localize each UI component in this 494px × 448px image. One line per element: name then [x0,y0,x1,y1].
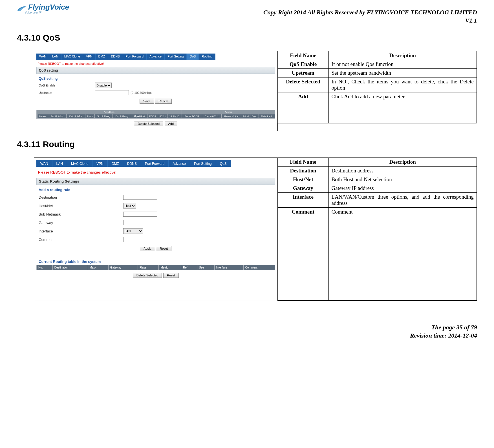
rt-col-no: No. [37,265,53,270]
rt-col-dest: Destination [52,265,88,270]
routing-desc-table: Field Name Description DestinationDestin… [278,158,477,301]
tab-lan[interactable]: LAN [52,160,67,167]
routing-tabs: WAN LAN MAC Clone VPN DMZ DDNS Port Forw… [36,160,275,167]
tab-qos[interactable]: QoS [187,54,199,60]
qos-sub-title: QoS setting [39,76,273,82]
field-name: Gateway [278,184,328,193]
col-dscp: DSCP [147,114,158,119]
tab-portforward[interactable]: Port Forward [141,160,169,167]
section-heading-routing: 4.3.11 Routing [17,139,477,149]
tab-portsetting[interactable]: Port Setting [165,54,187,60]
field-desc: Set the upstream bandwidth [328,69,477,77]
tab-dmz[interactable]: DMZ [108,160,123,167]
dest-input[interactable] [123,195,157,200]
tab-wan[interactable]: WAN [36,54,49,60]
col-priori: Priori [241,114,250,119]
col-drop: Drop [250,114,259,119]
qos-panel-title: QoS setting [36,67,275,74]
tab-advance[interactable]: Advance [169,160,190,167]
col-proto: Proto [85,114,94,119]
tab-dmz[interactable]: DMZ [96,54,108,60]
routing-panel-title: Static Routing Settings [36,178,275,185]
tab-ddns[interactable]: DDNS [123,160,141,167]
subnet-label: Sub Netmask [39,212,123,216]
field-name: Delete Selected [278,77,328,92]
page-number: The page 35 of 79 [17,323,477,332]
tab-vpn[interactable]: VPN [92,160,108,167]
hostnet-select[interactable]: Host [123,203,136,209]
field-name: Upstream [278,69,328,77]
rt-col-gw: Gateway [108,265,138,270]
rt-col-mask: Mask [88,265,108,270]
rt-col-use: Use [197,265,214,270]
logo-subtext: Voice over IP [25,11,41,14]
field-name: Destination [278,167,328,175]
rt-col-flags: Flags [138,265,158,270]
reset-button-2[interactable]: Reset [163,273,179,278]
interface-select[interactable]: LAN [123,228,143,234]
field-desc: Both Host and Net selection [328,175,477,184]
add-button[interactable]: Add [165,121,178,126]
tab-portforward[interactable]: Port Forward [123,54,147,60]
qos-rule-table: Condition Action Name Src.IP Addr. Dst.I… [36,110,275,119]
reset-button[interactable]: Reset [156,246,171,251]
tab-lan[interactable]: LAN [49,54,61,60]
field-desc: Destination address [328,167,477,175]
field-desc: Click Add to add a new parameter [328,92,477,123]
gateway-input[interactable] [123,220,157,225]
tab-ddns[interactable]: DDNS [108,54,123,60]
field-name: QoS Enable [278,60,328,69]
qos-tabs: WAN LAN MAC Clone VPN DMZ DDNS Port Forw… [36,54,275,60]
upstream-hint: (0-102400)kbps [131,91,152,94]
col-8021: 802.1 [158,114,167,119]
routing-row: WAN LAN MAC Clone VPN DMZ DDNS Port Forw… [34,158,477,301]
routing-screenshot-cell: WAN LAN MAC Clone VPN DMZ DDNS Port Forw… [34,158,278,301]
col-remadscp: Rema DSCP [182,114,202,119]
qos-screenshot-cell: WAN LAN MAC Clone VPN DMZ DDNS Port Forw… [34,51,278,131]
field-desc: Gateway IP address [328,184,477,193]
rt-col-metric: Metric [159,265,181,270]
reboot-message: Please REBOOT to make the changes effect… [36,167,275,178]
tab-wan[interactable]: WAN [36,160,52,167]
upstream-input[interactable] [95,90,129,95]
qos-enable-select[interactable]: Disable [95,83,112,88]
col-name: Name [38,114,48,119]
delete-selected-button[interactable]: Delete Selected [133,273,162,278]
tab-qos[interactable]: QoS [216,160,231,167]
qos-th-desc: Description [328,51,477,60]
col-remavlan: Rema VLAN [221,114,241,119]
comment-input[interactable] [123,237,157,242]
tab-portsetting[interactable]: Port Setting [190,160,216,167]
qos-row: WAN LAN MAC Clone VPN DMZ DDNS Port Forw… [34,51,477,131]
routing-sub-title: Add a routing rule [39,187,273,193]
col-ratelimit: Rate Limit [259,114,275,119]
gateway-label: Gateway [39,221,123,225]
qos-enable-label: QoS Enable [39,84,95,87]
apply-button[interactable]: Apply [140,246,155,251]
save-button[interactable]: Save [140,99,154,104]
qos-desc-table: Field Name Description QoS EnableIf or n… [278,51,477,123]
cancel-button[interactable]: Cancel [155,99,172,104]
rt-col-ref: Ref [181,265,197,270]
col-srcip: Src.IP Addr. [48,114,67,119]
version-line: V1.1 [263,17,477,25]
rt-col-iface: Interface [214,265,243,270]
header-bar: FlyingVoice Voice over IP Copy Right 201… [17,0,477,25]
tab-vpn[interactable]: VPN [83,54,96,60]
tab-routing[interactable]: Routing [199,54,215,60]
interface-label: Interface [39,229,123,233]
logo-text: FlyingVoice [28,3,69,12]
field-desc: LAN/WAN/Custom three options, and add th… [328,193,477,208]
qos-th-field: Field Name [278,51,328,60]
col-rema8021: Rema 802.1 [202,114,221,119]
subnet-input[interactable] [123,212,157,217]
tab-macclone[interactable]: MAC Clone [61,54,83,60]
field-desc: In NO., Check the items you want to dele… [328,77,477,92]
col-dstip: Dst.IP Addr. [67,114,85,119]
group-action: Action [182,110,275,114]
field-desc: Comment [328,208,477,301]
logo-wing-icon [17,5,27,10]
delete-selected-button[interactable]: Delete Selected [134,121,163,126]
tab-advance[interactable]: Advance [147,54,165,60]
tab-macclone[interactable]: MAC Clone [67,160,92,167]
